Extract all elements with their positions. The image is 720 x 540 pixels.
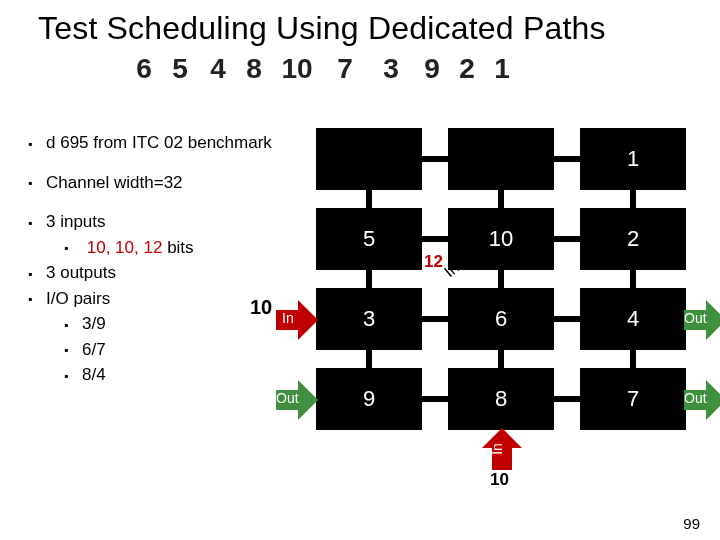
- box-4: 4: [580, 288, 686, 350]
- label-10-bottom: 10: [490, 470, 509, 490]
- num-4: 4: [200, 53, 236, 85]
- bullet-channel-width: Channel width=32: [28, 170, 272, 196]
- bullet-list: d 695 from ITC 02 benchmark Channel widt…: [28, 130, 272, 388]
- box-3: 3: [316, 288, 422, 350]
- label-out-left: Out: [276, 390, 299, 406]
- box-7: 7: [580, 368, 686, 430]
- link-h: [422, 236, 448, 242]
- num-7: 7: [322, 53, 368, 85]
- link-v: [498, 270, 504, 288]
- box-empty-r1c1: [316, 128, 422, 190]
- link-v: [366, 190, 372, 208]
- link-v: [498, 350, 504, 368]
- bits-12: 12: [143, 238, 162, 257]
- num-6: 6: [128, 53, 160, 85]
- top-number-row: 6 5 4 8 10 7 3 9 2 1: [0, 47, 720, 91]
- bits-10a: 10: [87, 238, 106, 257]
- link-v: [498, 190, 504, 208]
- num-1: 1: [484, 53, 520, 85]
- box-empty-r1c2: [448, 128, 554, 190]
- diagram: 1 5 10 2 3 6 4 9 8 7 12 In 10 In Out: [290, 128, 710, 508]
- badge-12: 12: [424, 252, 443, 272]
- page-number: 99: [683, 515, 700, 532]
- link-v: [630, 350, 636, 368]
- link-v: [366, 350, 372, 368]
- link-h: [422, 316, 448, 322]
- io-pair-1: 3/9: [64, 311, 272, 337]
- link-h: [422, 156, 448, 162]
- link-v: [630, 190, 636, 208]
- num-2: 2: [450, 53, 484, 85]
- box-2: 2: [580, 208, 686, 270]
- bullet-benchmark: d 695 from ITC 02 benchmark: [28, 130, 272, 156]
- bullet-io-pairs: I/O pairs: [28, 286, 272, 312]
- link-h: [554, 316, 580, 322]
- box-10: 10: [448, 208, 554, 270]
- link-h: [422, 396, 448, 402]
- page-title: Test Scheduling Using Dedicated Paths: [0, 0, 720, 47]
- label-out-r3: Out: [684, 310, 707, 326]
- bullet-inputs: 3 inputs: [28, 209, 272, 235]
- num-10: 10: [272, 53, 322, 85]
- box-8: 8: [448, 368, 554, 430]
- bits-10b: 10: [115, 238, 134, 257]
- label-in-left: In: [282, 310, 294, 326]
- bullet-outputs: 3 outputs: [28, 260, 272, 286]
- io-pair-3: 8/4: [64, 362, 272, 388]
- link-h: [554, 156, 580, 162]
- num-5: 5: [160, 53, 200, 85]
- box-1: 1: [580, 128, 686, 190]
- link-v: [366, 270, 372, 288]
- label-out-r4: Out: [684, 390, 707, 406]
- label-in-bottom: In: [489, 443, 505, 455]
- link-h: [554, 396, 580, 402]
- num-8: 8: [236, 53, 272, 85]
- box-6: 6: [448, 288, 554, 350]
- box-5: 5: [316, 208, 422, 270]
- num-3: 3: [368, 53, 414, 85]
- box-9: 9: [316, 368, 422, 430]
- label-10-side: 10: [250, 296, 272, 319]
- io-pair-2: 6/7: [64, 337, 272, 363]
- link-h: [554, 236, 580, 242]
- link-v: [630, 270, 636, 288]
- bullet-input-bits: 10, 10, 12 bits: [64, 235, 272, 261]
- num-9: 9: [414, 53, 450, 85]
